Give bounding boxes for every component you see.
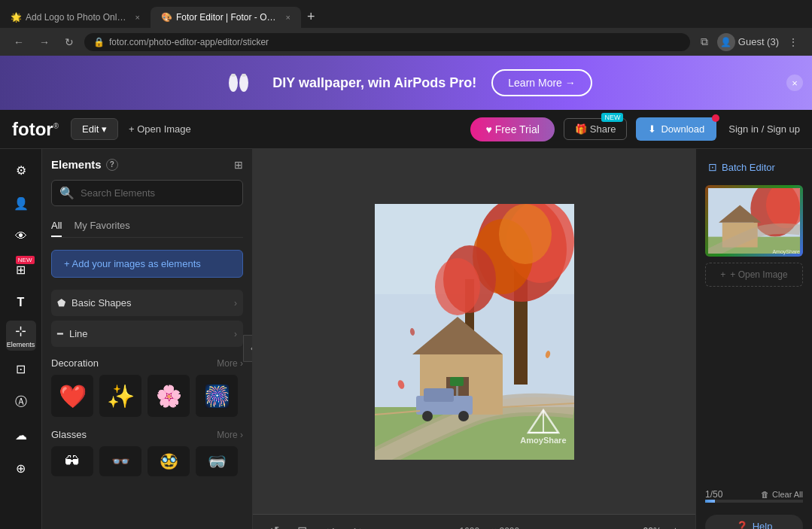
free-trial-button[interactable]: ♥ Free Trial xyxy=(470,117,554,141)
download-label: Download xyxy=(661,123,704,135)
decoration-title: Decoration xyxy=(51,357,99,369)
open-image-panel-button[interactable]: + + Open Image xyxy=(705,263,803,287)
sidebar-icon-elements[interactable]: ⊹ Elements xyxy=(6,321,36,351)
search-box[interactable]: 🔍 xyxy=(51,180,243,206)
thumbnail-image: AmoyShare xyxy=(705,185,803,257)
sidebar-icon-settings[interactable]: ⚙ xyxy=(6,155,36,185)
new-tab-button[interactable]: + xyxy=(301,6,321,28)
panel-grid-icon[interactable]: ⊞ xyxy=(234,159,243,171)
fireworks-sticker: 🎆 xyxy=(204,384,230,409)
cloud-icon: ☁ xyxy=(15,428,27,442)
svg-point-22 xyxy=(422,411,433,421)
svg-point-10 xyxy=(499,204,552,264)
sidebar-icon-person[interactable]: 👤 xyxy=(6,188,36,218)
sidebar-icon-plus[interactable]: ⊕ xyxy=(6,453,36,483)
url-bar[interactable]: 🔒 fotor.com/photo-editor-app/editor/stic… xyxy=(84,33,690,51)
batch-editor-button[interactable]: ⊡ Batch Editor xyxy=(705,158,803,176)
sticker-3[interactable]: 🌸 xyxy=(147,375,190,417)
stickers-row: ❤️ ✨ 🌸 🎆 xyxy=(51,375,243,417)
account-button[interactable]: 👤 Guest (3) xyxy=(717,33,779,51)
open-image-plus-icon: + xyxy=(720,269,725,280)
panel-title: Elements ? xyxy=(51,158,118,171)
glasses-1[interactable]: 🕶 xyxy=(51,446,93,476)
zoom-out-button[interactable]: − xyxy=(621,523,637,530)
icon-sidebar: ⚙ 👤 👁 ⊞ NEW T ⊹ Elements ⊡ Ⓐ ☁ ⊕ xyxy=(0,149,42,529)
sticker-2[interactable]: ✨ xyxy=(99,375,141,417)
basic-shapes-row[interactable]: ⬟ Basic Shapes › xyxy=(51,290,243,316)
glasses-3[interactable]: 🥸 xyxy=(147,446,190,476)
crop-tool-button[interactable]: ⊡ xyxy=(293,521,312,529)
share-icon: 🎁 xyxy=(575,123,587,135)
basic-shapes-label: Basic Shapes xyxy=(71,297,132,309)
url-text: fotor.com/photo-editor-app/editor/sticke… xyxy=(109,37,269,47)
line-row[interactable]: ━ Line › xyxy=(51,321,243,347)
forward-button[interactable]: → xyxy=(35,33,54,51)
share-button[interactable]: 🎁 Share NEW xyxy=(564,118,628,140)
tab-2[interactable]: 🎨 Fotor Editor | Fotor - Online... × xyxy=(151,7,301,28)
reload-button[interactable]: ↻ xyxy=(60,33,78,51)
tab1-close[interactable]: × xyxy=(135,13,140,22)
undo-tool-button[interactable]: ↩ xyxy=(321,521,339,529)
glasses-2[interactable]: 👓 xyxy=(99,446,141,476)
lock-icon: 🔒 xyxy=(93,37,105,47)
sidebar-icon-layers[interactable]: ⊡ xyxy=(6,354,36,384)
collapse-panel-button[interactable]: ‹ xyxy=(243,335,253,362)
glasses-more-button[interactable]: More › xyxy=(217,430,243,440)
download-icon: ⬇ xyxy=(648,123,656,135)
thumbnail-item[interactable]: AmoyShare xyxy=(705,185,803,257)
glasses-row: 🕶 👓 🥸 🥽 xyxy=(51,446,243,476)
svg-rect-21 xyxy=(424,388,454,402)
download-button[interactable]: ⬇ Download xyxy=(636,117,716,141)
menu-button[interactable]: ⋮ xyxy=(783,33,803,51)
sidebar-icon-text[interactable]: T xyxy=(6,287,36,318)
clear-all-button[interactable]: 🗑 Clear All xyxy=(761,490,803,499)
canvas-size-label: 1600px × 2000px xyxy=(459,526,528,530)
settings-icon: ⚙ xyxy=(16,163,26,178)
zoom-in-button[interactable]: + xyxy=(668,523,683,530)
glasses-title: Glasses xyxy=(51,429,87,440)
svg-rect-2 xyxy=(231,74,236,77)
line-icon: ━ xyxy=(57,328,63,339)
sticker-1[interactable]: ❤️ xyxy=(51,375,93,417)
sidebar-icon-eye[interactable]: 👁 xyxy=(6,221,36,251)
open-image-button[interactable]: + Open Image xyxy=(118,119,202,139)
sticker-4[interactable]: 🎆 xyxy=(196,375,238,417)
rotate-tool-button[interactable]: ↺ xyxy=(265,521,284,529)
new-feature-icon: ⊞ xyxy=(16,263,26,277)
sidebar-icon-new[interactable]: ⊞ NEW xyxy=(6,254,36,284)
counter-row: 1/50 🗑 Clear All xyxy=(705,489,803,500)
edit-button[interactable]: Edit ▾ xyxy=(71,118,118,140)
account-label: Guest (3) xyxy=(738,36,779,47)
glasses-4[interactable]: 🥽 xyxy=(196,446,238,476)
elements-panel: Elements ? ⊞ 🔍 All My Favorites + Add yo… xyxy=(42,149,253,529)
redo-tool-button[interactable]: ↪ xyxy=(348,521,367,529)
sidebar-icon-cloud[interactable]: ☁ xyxy=(6,420,36,450)
learn-more-button[interactable]: Learn More → xyxy=(491,69,592,96)
tab-all[interactable]: All xyxy=(51,215,62,237)
tab2-close[interactable]: × xyxy=(286,13,290,22)
help-button[interactable]: ❓ Help xyxy=(705,515,803,529)
tabs-row: All My Favorites xyxy=(51,215,243,238)
canvas-area: AmoyShare ↺ ⊡ ↩ ↪ 1600px × 2000px − 20% … xyxy=(253,149,695,529)
text-icon: T xyxy=(17,296,25,309)
add-images-button[interactable]: + Add your images as elements xyxy=(51,250,243,278)
edit-label: Edit ▾ xyxy=(82,123,107,135)
goggles-icon: 🥽 xyxy=(208,452,227,470)
help-label: Help xyxy=(753,521,773,529)
decoration-more-button[interactable]: More › xyxy=(217,358,243,369)
tab-1[interactable]: 🌟 Add Logo to Photo Online for... × xyxy=(0,7,151,28)
panel-help-icon[interactable]: ? xyxy=(106,159,118,171)
sidebar-icon-A[interactable]: Ⓐ xyxy=(6,387,36,417)
decoration-more-label: More › xyxy=(217,358,243,369)
trash-icon: 🗑 xyxy=(761,490,769,499)
extensions-button[interactable]: ⧉ xyxy=(696,32,713,51)
back-button[interactable]: ← xyxy=(9,33,29,51)
search-input[interactable] xyxy=(81,187,235,199)
signin-button[interactable]: Sign in / Sign up xyxy=(728,123,800,135)
banner-close-button[interactable]: × xyxy=(786,74,803,91)
basic-shapes-icon: ⬟ xyxy=(57,297,65,309)
svg-rect-3 xyxy=(242,74,246,77)
tab-favorites[interactable]: My Favorites xyxy=(74,215,129,237)
fotor-logo: fotor® xyxy=(12,119,59,140)
A-icon: Ⓐ xyxy=(15,394,27,410)
